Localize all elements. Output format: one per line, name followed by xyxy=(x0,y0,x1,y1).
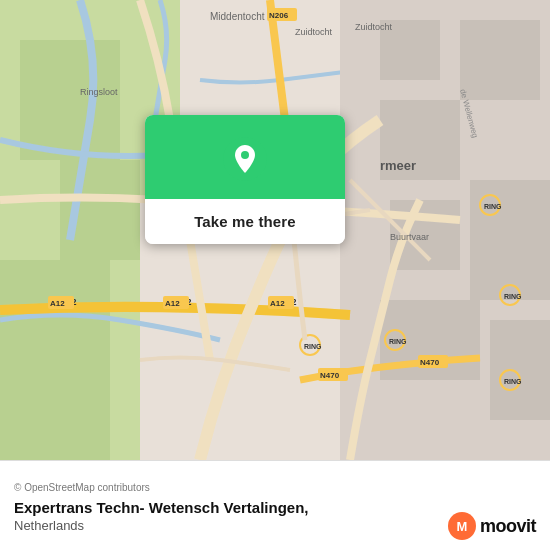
svg-text:RING: RING xyxy=(304,343,322,350)
svg-text:Zuidtocht: Zuidtocht xyxy=(355,22,393,32)
svg-text:Zuidtocht: Zuidtocht xyxy=(295,27,333,37)
svg-text:Buurtvaar: Buurtvaar xyxy=(390,232,429,242)
svg-rect-5 xyxy=(0,260,110,460)
osm-credit: © OpenStreetMap contributors xyxy=(14,482,536,493)
svg-rect-13 xyxy=(490,320,550,420)
svg-point-47 xyxy=(241,151,249,159)
moovit-logo: M moovit xyxy=(448,512,536,540)
map-area[interactable]: A12 A12 A12 A12 A12 A12 N206 N470 N470 R… xyxy=(0,0,550,460)
svg-rect-3 xyxy=(20,40,120,160)
svg-text:N470: N470 xyxy=(420,358,440,367)
location-pin-icon xyxy=(223,137,267,181)
take-me-there-button[interactable]: Take me there xyxy=(145,199,345,244)
svg-text:Ringsloot: Ringsloot xyxy=(80,87,118,97)
moovit-icon: M xyxy=(448,512,476,540)
popup-card: Take me there xyxy=(145,115,345,244)
svg-text:Middentocht: Middentocht xyxy=(210,11,265,22)
svg-text:N206: N206 xyxy=(269,11,289,20)
svg-text:A12: A12 xyxy=(165,299,180,308)
svg-rect-8 xyxy=(460,20,540,100)
svg-text:RING: RING xyxy=(389,338,407,345)
svg-text:RING: RING xyxy=(484,203,502,210)
svg-text:A12: A12 xyxy=(50,299,65,308)
svg-text:M: M xyxy=(457,519,468,534)
info-bar: © OpenStreetMap contributors Expertrans … xyxy=(0,460,550,550)
svg-text:RING: RING xyxy=(504,378,522,385)
svg-text:rmeer: rmeer xyxy=(380,158,416,173)
svg-text:RING: RING xyxy=(504,293,522,300)
svg-text:A12: A12 xyxy=(270,299,285,308)
popup-top xyxy=(145,115,345,199)
moovit-text: moovit xyxy=(480,516,536,537)
svg-text:N470: N470 xyxy=(320,371,340,380)
